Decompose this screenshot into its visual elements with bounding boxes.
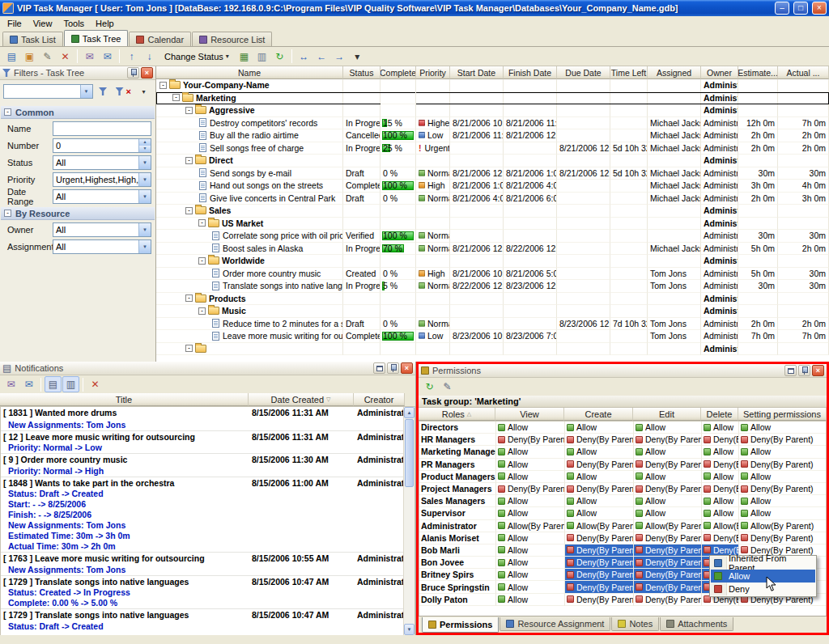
permission-delete-cell[interactable]: Deny(By Parent) — [702, 532, 739, 544]
task-group-row[interactable]: -SalesAdministrator — [156, 205, 829, 218]
permission-edit-cell[interactable]: Allow — [634, 471, 702, 483]
permission-view-cell[interactable]: Allow — [496, 507, 565, 519]
permission-create-cell[interactable]: Deny(By Parent) — [565, 569, 634, 581]
permission-setting-cell[interactable]: Deny(By Parent) — [739, 483, 827, 495]
column-header-complete[interactable]: Complete — [380, 66, 416, 79]
expand-collapse-icon[interactable]: - — [185, 207, 193, 214]
permission-edit-cell[interactable]: Allow — [634, 422, 702, 434]
column-header-time-left[interactable]: Time Left — [610, 66, 648, 79]
minimize-button[interactable]: – — [775, 2, 789, 15]
task-row[interactable]: Hand out songs on the streetsCompleted10… — [156, 180, 829, 193]
column-header-status[interactable]: Status — [343, 66, 380, 79]
permission-setting-cell[interactable]: Allow — [739, 422, 827, 434]
permission-row[interactable]: Marketing ManagersAllowAllowAllowAllowAl… — [419, 446, 826, 458]
menu-file[interactable]: File — [2, 18, 28, 29]
dropdown-arrow-icon[interactable]: ▼ — [138, 156, 151, 169]
permission-delete-cell[interactable]: Deny(By Parent) — [702, 434, 739, 446]
permission-setting-cell[interactable]: Deny(By Parent) — [739, 459, 827, 471]
task-group-row[interactable]: -Your-Company-NameAdministrator — [156, 79, 829, 92]
expand-collapse-icon[interactable]: - — [198, 219, 206, 227]
close-filters-panel-button[interactable]: × — [141, 67, 153, 78]
task-group-row[interactable]: -Administrator — [156, 343, 829, 356]
permission-row[interactable]: AdministratorAllow(By Parent)Allow(By Pa… — [419, 520, 826, 532]
permission-view-cell[interactable]: Allow — [496, 495, 565, 507]
permission-edit-cell[interactable]: Deny(By Parent) — [634, 544, 702, 557]
collapse-icon[interactable]: - — [4, 108, 11, 116]
task-row[interactable]: Leave more music writing for outsourcing… — [156, 330, 829, 343]
column-header-setting-permissions[interactable]: Setting permissions — [738, 408, 827, 421]
permission-create-cell[interactable]: Allow — [565, 471, 634, 483]
permission-create-cell[interactable]: Allow(By Parent) — [565, 520, 634, 532]
permission-setting-cell[interactable]: Allow(By Parent) — [739, 520, 827, 532]
filter-section-common[interactable]: -Common — [1, 106, 155, 119]
permission-edit-cell[interactable]: Deny(By Parent) — [634, 594, 702, 606]
menu-view[interactable]: View — [28, 18, 58, 29]
collapse-all-button[interactable]: ← — [313, 49, 330, 65]
pin-notifications-panel-button[interactable] — [387, 362, 399, 374]
maximize-button[interactable]: □ — [793, 2, 808, 15]
permission-row[interactable]: Project ManagersDeny(By Parent)Deny(By P… — [419, 483, 826, 495]
menu-help[interactable]: Help — [90, 18, 120, 29]
column-header-name[interactable]: Name — [156, 66, 343, 79]
delete-notification-button[interactable]: ✕ — [87, 376, 104, 392]
permission-row[interactable]: HR ManagersDeny(By Parent)Deny(By Parent… — [419, 434, 826, 446]
column-header-delete[interactable]: Delete — [701, 408, 738, 421]
pin-permissions-panel-button[interactable] — [798, 365, 810, 376]
permission-create-cell[interactable]: Deny(By Parent) — [565, 557, 634, 569]
permission-create-cell[interactable]: Deny(By Parent) — [565, 532, 634, 544]
close-button[interactable]: × — [812, 2, 827, 15]
permission-create-cell[interactable]: Deny(By Parent) — [565, 581, 634, 593]
task-row[interactable]: Correlate song price with oil priceVerif… — [156, 230, 829, 243]
column-header-priority[interactable]: Priority — [416, 66, 450, 79]
move-up-button[interactable]: ↑ — [123, 49, 140, 65]
change-status-button[interactable]: Change Status▾ — [159, 49, 235, 65]
permission-create-cell[interactable]: Allow — [565, 507, 634, 519]
column-header-view[interactable]: View — [495, 408, 564, 421]
permission-setting-cell[interactable]: Allow — [739, 495, 827, 507]
permission-delete-cell[interactable]: Allow — [702, 495, 739, 507]
filter-assignment-dropdown[interactable]: All▼ — [53, 239, 151, 254]
permission-edit-cell[interactable]: Deny(By Parent) — [634, 569, 702, 581]
permission-edit-cell[interactable]: Allow — [634, 507, 702, 519]
scroll-down-button[interactable]: ▼ — [404, 624, 414, 635]
permission-view-cell[interactable]: Allow — [496, 446, 565, 458]
permission-view-cell[interactable]: Allow — [496, 569, 565, 581]
expand-collapse-icon[interactable]: - — [185, 107, 193, 114]
pin-filters-panel-button[interactable] — [127, 67, 139, 78]
clear-filter-button[interactable]: × — [113, 83, 134, 100]
expand-collapse-icon[interactable]: - — [185, 294, 193, 302]
tab-task-list[interactable]: Task List — [2, 32, 63, 46]
column-header-creator[interactable]: Creator — [354, 393, 405, 406]
filter-number-spinner[interactable]: 0▲▼ — [53, 138, 151, 153]
task-group-row[interactable]: -MusicAdministrator — [156, 305, 829, 318]
permission-view-cell[interactable]: Allow — [496, 471, 565, 483]
spin-up-icon[interactable]: ▲ — [139, 139, 151, 146]
refresh-permissions-button[interactable]: ↻ — [421, 379, 438, 395]
permission-row[interactable]: Sales ManagersAllowAllowAllowAllowAllow — [419, 495, 826, 507]
permission-row[interactable]: DirectorsAllowAllowAllowAllowAllow — [419, 422, 826, 434]
permission-delete-cell[interactable]: Allow(By Parent) — [702, 520, 739, 532]
permission-view-cell[interactable]: Deny(By Parent) — [496, 483, 565, 495]
task-row[interactable]: Reduce time to 2 minutes for a songDraft… — [156, 318, 829, 331]
permission-view-cell[interactable]: Allow — [496, 459, 565, 471]
permission-delete-cell[interactable]: Deny(By Parent) — [702, 483, 739, 495]
task-row[interactable]: Order more country musicCreated0 %High8/… — [156, 268, 829, 281]
delete-task-button[interactable]: ✕ — [57, 49, 74, 65]
next-notification-button[interactable]: ✉ — [20, 376, 37, 392]
notification-row[interactable]: [ 1729 ] Translate songs into native lan… — [1, 575, 403, 588]
notification-row[interactable]: [ 1848 ] Wants to take part in the orche… — [1, 477, 403, 489]
permission-setting-cell[interactable]: Allow — [739, 446, 827, 458]
expand-collapse-icon[interactable]: - — [159, 82, 167, 89]
task-row[interactable]: Sell songs free of chargeIn Progress25 %… — [156, 142, 829, 155]
close-permissions-panel-button[interactable]: × — [812, 365, 824, 376]
send-notification-button[interactable]: ✉ — [81, 49, 98, 65]
group-by-button[interactable]: ▦ — [236, 49, 253, 65]
permission-edit-cell[interactable]: Allow — [634, 446, 702, 458]
column-header-due-date[interactable]: Due Date — [557, 66, 610, 79]
column-header-estimate[interactable]: Estimate... — [738, 66, 778, 79]
permission-edit-cell[interactable]: Deny(By Parent) — [634, 459, 702, 471]
permission-create-cell[interactable]: Allow — [565, 422, 634, 434]
permission-create-cell[interactable]: Deny(By Parent) — [565, 594, 634, 606]
permission-setting-cell[interactable]: Deny(By Parent) — [739, 532, 827, 544]
tab-resource-list[interactable]: Resource List — [192, 32, 272, 46]
